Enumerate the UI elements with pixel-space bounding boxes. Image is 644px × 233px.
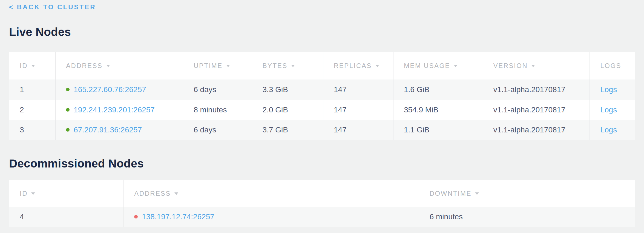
column-header-mem-usage[interactable]: MEM USAGE <box>393 52 483 79</box>
node-mem-usage-cell: 1.1 GiB <box>393 120 483 140</box>
node-version-cell: v1.1-alpha.20170817 <box>483 120 590 140</box>
node-downtime-cell: 6 minutes <box>419 207 635 227</box>
sort-descending-icon <box>454 65 458 67</box>
column-header-uptime[interactable]: UPTIME <box>183 52 252 79</box>
live-status-dot-icon <box>66 88 70 91</box>
column-header-replicas[interactable]: REPLICAS <box>323 52 393 79</box>
table-row: 1 165.227.60.76:26257 6 days 3.3 GiB 147… <box>9 79 635 100</box>
decommissioned-nodes-title: Decommissioned Nodes <box>9 157 635 170</box>
node-id-cell: 4 <box>9 207 124 227</box>
node-id-cell: 2 <box>9 100 56 120</box>
node-logs-link[interactable]: Logs <box>600 85 617 94</box>
live-status-dot-icon <box>66 108 70 112</box>
column-header-downtime[interactable]: DOWNTIME <box>419 180 635 207</box>
live-nodes-header-row: ID ADDRESS UPTIME BYTES REPLICAS MEM USA… <box>9 52 635 79</box>
node-address-link[interactable]: 138.197.12.74:26257 <box>142 212 214 221</box>
sort-descending-icon <box>226 65 230 67</box>
node-logs-cell: Logs <box>590 120 635 140</box>
column-header-version[interactable]: VERSION <box>483 52 590 79</box>
node-bytes-cell: 2.0 GiB <box>252 100 323 120</box>
column-header-label: BYTES <box>263 62 288 69</box>
decommissioned-nodes-header-row: ID ADDRESS DOWNTIME <box>9 180 635 207</box>
node-mem-usage-cell: 354.9 MiB <box>393 100 483 120</box>
table-row: 4 138.197.12.74:26257 6 minutes <box>9 207 635 227</box>
sort-descending-icon <box>174 192 178 195</box>
node-address-cell: 165.227.60.76:26257 <box>56 79 183 100</box>
column-header-label: ADDRESS <box>66 62 103 69</box>
node-replicas-cell: 147 <box>323 79 393 100</box>
node-mem-usage-cell: 1.6 GiB <box>393 79 483 100</box>
node-replicas-cell: 147 <box>323 100 393 120</box>
sort-descending-icon <box>106 65 110 67</box>
live-status-dot-icon <box>66 128 70 132</box>
node-uptime-cell: 8 minutes <box>183 100 252 120</box>
node-id-cell: 3 <box>9 120 56 140</box>
column-header-label: VERSION <box>493 62 528 69</box>
node-uptime-cell: 6 days <box>183 120 252 140</box>
node-address-link[interactable]: 67.207.91.36:26257 <box>74 126 142 134</box>
node-bytes-cell: 3.3 GiB <box>252 79 323 100</box>
column-header-label: MEM USAGE <box>404 62 450 69</box>
node-address-cell: 138.197.12.74:26257 <box>124 207 419 227</box>
node-logs-link[interactable]: Logs <box>600 106 617 114</box>
node-logs-cell: Logs <box>590 79 635 100</box>
node-address-link[interactable]: 192.241.239.201:26257 <box>74 106 155 114</box>
column-header-address[interactable]: ADDRESS <box>124 180 419 207</box>
column-header-id[interactable]: ID <box>9 180 124 207</box>
sort-descending-icon <box>31 192 35 195</box>
sort-descending-icon <box>375 65 379 67</box>
live-nodes-title: Live Nodes <box>9 26 635 38</box>
table-row: 3 67.207.91.36:26257 6 days 3.7 GiB 147 … <box>9 120 635 140</box>
column-header-label: ADDRESS <box>134 190 171 197</box>
node-id-cell: 1 <box>9 79 56 100</box>
column-header-logs: LOGS <box>590 52 635 79</box>
column-header-label: DOWNTIME <box>430 190 472 197</box>
node-version-cell: v1.1-alpha.20170817 <box>483 79 590 100</box>
node-address-cell: 67.207.91.36:26257 <box>56 120 183 140</box>
column-header-label: UPTIME <box>194 62 223 69</box>
node-address-link[interactable]: 165.227.60.76:26257 <box>74 85 146 94</box>
decommissioned-status-dot-icon <box>134 215 138 218</box>
column-header-label: LOGS <box>600 62 621 69</box>
sort-descending-icon <box>475 192 479 195</box>
sort-descending-icon <box>291 65 295 67</box>
column-header-address[interactable]: ADDRESS <box>56 52 183 79</box>
table-row: 2 192.241.239.201:26257 8 minutes 2.0 Gi… <box>9 100 635 120</box>
column-header-bytes[interactable]: BYTES <box>252 52 323 79</box>
node-address-cell: 192.241.239.201:26257 <box>56 100 183 120</box>
live-nodes-table: ID ADDRESS UPTIME BYTES REPLICAS MEM USA… <box>9 52 635 140</box>
back-to-cluster-link[interactable]: < BACK TO CLUSTER <box>9 3 96 11</box>
column-header-label: ID <box>20 190 28 197</box>
column-header-id[interactable]: ID <box>9 52 56 79</box>
node-version-cell: v1.1-alpha.20170817 <box>483 100 590 120</box>
sort-descending-icon <box>531 65 535 67</box>
node-logs-cell: Logs <box>590 100 635 120</box>
node-bytes-cell: 3.7 GiB <box>252 120 323 140</box>
decommissioned-nodes-table: ID ADDRESS DOWNTIME 4 138.197.12.74:2625… <box>9 180 635 227</box>
column-header-label: REPLICAS <box>334 62 372 69</box>
nodes-page: < BACK TO CLUSTER Live Nodes ID ADDRESS … <box>9 3 635 227</box>
node-uptime-cell: 6 days <box>183 79 252 100</box>
node-replicas-cell: 147 <box>323 120 393 140</box>
column-header-label: ID <box>20 62 28 69</box>
sort-descending-icon <box>31 65 35 67</box>
node-logs-link[interactable]: Logs <box>600 126 617 134</box>
